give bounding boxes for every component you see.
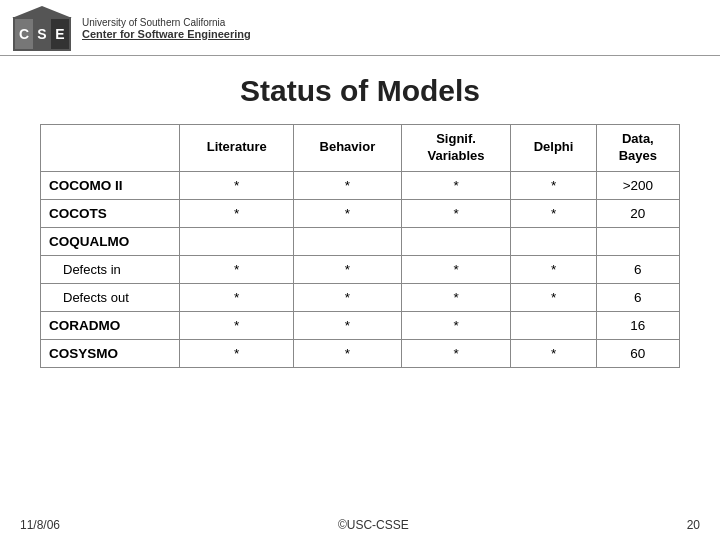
footer-copyright: ©USC-CSSE	[338, 518, 409, 532]
cell-literature	[180, 227, 294, 255]
cell-data: 60	[596, 339, 679, 367]
cell-data	[596, 227, 679, 255]
col-header-behavior: Behavior	[294, 125, 402, 172]
col-header-literature: Literature	[180, 125, 294, 172]
logo: C S E	[12, 6, 72, 51]
row-label: CORADMO	[41, 311, 180, 339]
footer: 11/8/06 ©USC-CSSE 20	[0, 518, 720, 532]
cell-data: >200	[596, 171, 679, 199]
cell-delphi: *	[511, 255, 596, 283]
cell-literature: *	[180, 339, 294, 367]
cell-signif	[401, 227, 511, 255]
cell-signif: *	[401, 255, 511, 283]
cell-data: 6	[596, 283, 679, 311]
university-name: University of Southern California	[82, 17, 251, 28]
cell-literature: *	[180, 171, 294, 199]
status-table: Literature Behavior Signif.Variables Del…	[40, 124, 680, 368]
cell-literature: *	[180, 199, 294, 227]
cell-delphi	[511, 227, 596, 255]
logo-columns: C S E	[13, 17, 71, 51]
cell-literature: *	[180, 283, 294, 311]
row-label: COCOMO II	[41, 171, 180, 199]
cell-signif: *	[401, 283, 511, 311]
row-label: COCOTS	[41, 199, 180, 227]
cell-behavior: *	[294, 171, 402, 199]
cell-delphi	[511, 311, 596, 339]
cell-delphi: *	[511, 199, 596, 227]
cell-signif: *	[401, 339, 511, 367]
table-row: Defects out****6	[41, 283, 680, 311]
table-row: Defects in****6	[41, 255, 680, 283]
row-label: Defects out	[41, 283, 180, 311]
center-name: Center for Software Engineering	[82, 28, 251, 40]
cell-data: 16	[596, 311, 679, 339]
logo-s: S	[33, 19, 51, 49]
footer-page-num: 20	[687, 518, 700, 532]
cell-literature: *	[180, 255, 294, 283]
cell-delphi: *	[511, 339, 596, 367]
row-label: COSYSMO	[41, 339, 180, 367]
header-text: University of Southern California Center…	[82, 17, 251, 40]
col-header-model	[41, 125, 180, 172]
page-title: Status of Models	[0, 74, 720, 108]
cell-data: 20	[596, 199, 679, 227]
cell-behavior: *	[294, 339, 402, 367]
cell-delphi: *	[511, 283, 596, 311]
table-row: COQUALMO	[41, 227, 680, 255]
cell-delphi: *	[511, 171, 596, 199]
table-row: CORADMO***16	[41, 311, 680, 339]
cell-behavior: *	[294, 199, 402, 227]
cell-signif: *	[401, 171, 511, 199]
table-row: COCOMO II****>200	[41, 171, 680, 199]
cell-data: 6	[596, 255, 679, 283]
row-label: Defects in	[41, 255, 180, 283]
header: C S E University of Southern California …	[0, 0, 720, 56]
cell-signif: *	[401, 199, 511, 227]
col-header-signif: Signif.Variables	[401, 125, 511, 172]
col-header-delphi: Delphi	[511, 125, 596, 172]
col-header-data: Data,Bayes	[596, 125, 679, 172]
logo-e: E	[51, 19, 69, 49]
table-row: COSYSMO****60	[41, 339, 680, 367]
logo-c: C	[15, 19, 33, 49]
table-header-row: Literature Behavior Signif.Variables Del…	[41, 125, 680, 172]
footer-date: 11/8/06	[20, 518, 60, 532]
cell-behavior: *	[294, 283, 402, 311]
cell-signif: *	[401, 311, 511, 339]
table-container: Literature Behavior Signif.Variables Del…	[0, 124, 720, 368]
cell-behavior: *	[294, 311, 402, 339]
table-row: COCOTS****20	[41, 199, 680, 227]
row-label: COQUALMO	[41, 227, 180, 255]
cell-behavior	[294, 227, 402, 255]
cell-literature: *	[180, 311, 294, 339]
cell-behavior: *	[294, 255, 402, 283]
